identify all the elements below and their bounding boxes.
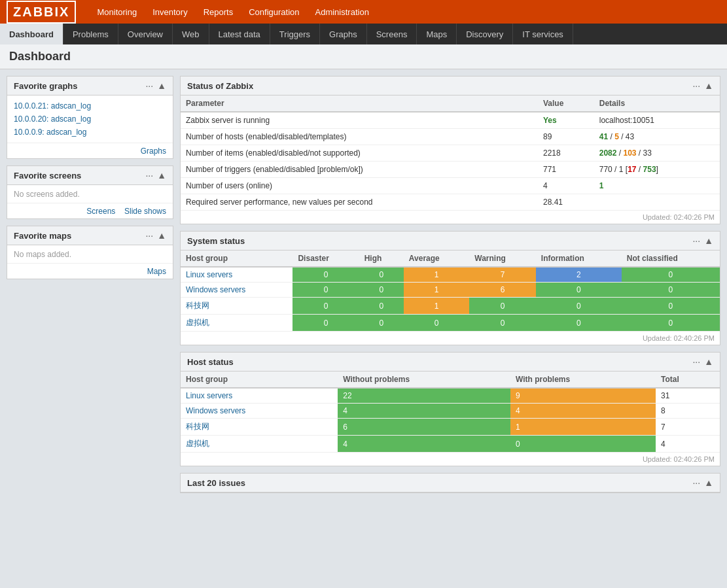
- dots-icon-host[interactable]: ···: [692, 356, 700, 367]
- nav-reports[interactable]: Reports: [196, 2, 241, 22]
- sys-information-1[interactable]: 0: [536, 283, 622, 298]
- tab-latest-data[interactable]: Latest data: [209, 24, 270, 44]
- collapse-icon-issues[interactable]: ▲: [704, 477, 713, 488]
- maps-footer-link[interactable]: Maps: [147, 267, 166, 276]
- tab-overview[interactable]: Overview: [118, 24, 173, 44]
- favorite-screens-body: No screens added.: [7, 185, 173, 203]
- sys-high-0[interactable]: 0: [359, 267, 404, 283]
- nav-monitoring[interactable]: Monitoring: [89, 2, 145, 22]
- tab-web[interactable]: Web: [173, 24, 209, 44]
- sys-warning-3[interactable]: 0: [469, 315, 536, 332]
- favorite-screens-header: Favorite screens ··· ▲: [7, 166, 173, 185]
- tab-graphs[interactable]: Graphs: [320, 24, 367, 44]
- dots-icon-maps[interactable]: ···: [145, 230, 153, 241]
- nav-inventory[interactable]: Inventory: [145, 2, 195, 22]
- status-table-header-row: Parameter Value Details: [181, 95, 720, 112]
- system-status-table: Host group Disaster High Average Warning…: [181, 251, 720, 332]
- favorite-screens-actions: ··· ▲: [145, 170, 166, 181]
- sys-warning-0[interactable]: 7: [469, 267, 536, 283]
- favorite-maps-actions: ··· ▲: [145, 230, 166, 241]
- host-without-2[interactable]: 6: [338, 419, 510, 436]
- tab-triggers[interactable]: Triggers: [270, 24, 320, 44]
- sys-high-2[interactable]: 0: [359, 298, 404, 315]
- collapse-icon[interactable]: ▲: [157, 80, 166, 91]
- favorite-graphs-actions: ··· ▲: [145, 80, 166, 91]
- dots-icon-issues[interactable]: ···: [692, 477, 700, 488]
- nav-configuration[interactable]: Configuration: [241, 2, 307, 22]
- collapse-icon-host[interactable]: ▲: [704, 356, 713, 367]
- host-with-3[interactable]: 0: [510, 436, 656, 453]
- sys-disaster-1[interactable]: 0: [293, 283, 359, 298]
- graph-link-2[interactable]: 10.0.0.9: adscan_log: [14, 126, 166, 139]
- graph-link-1[interactable]: 10.0.0.20: adscan_log: [14, 112, 166, 126]
- status-param-3: Number of triggers (enabled/disabled [pr…: [181, 162, 538, 178]
- content-area: Status of Zabbix ··· ▲ Parameter Value D…: [180, 76, 720, 588]
- status-row-5: Required server performance, new values …: [181, 194, 720, 211]
- tab-screens[interactable]: Screens: [367, 24, 417, 44]
- status-updated: Updated: 02:40:26 PM: [181, 211, 720, 224]
- tab-discovery[interactable]: Discovery: [457, 24, 513, 44]
- sys-average-1[interactable]: 1: [404, 283, 469, 298]
- dots-icon-screens[interactable]: ···: [145, 170, 153, 181]
- last-20-issues-panel: Last 20 issues ··· ▲: [180, 473, 720, 493]
- last-20-issues-title: Last 20 issues: [187, 478, 245, 488]
- sys-col-disaster: Disaster: [293, 251, 359, 267]
- graphs-footer-link[interactable]: Graphs: [141, 147, 166, 156]
- host-status-table: Host group Without problems With problem…: [181, 372, 720, 453]
- sys-high-1[interactable]: 0: [359, 283, 404, 298]
- sys-warning-2[interactable]: 0: [469, 298, 536, 315]
- sys-not_classified-0[interactable]: 0: [622, 267, 720, 283]
- status-row-1: Number of hosts (enabled/disabled/templa…: [181, 129, 720, 145]
- favorite-screens-panel: Favorite screens ··· ▲ No screens added.…: [7, 165, 173, 219]
- screens-footer-link[interactable]: Screens: [86, 207, 115, 216]
- sys-not_classified-2[interactable]: 0: [622, 298, 720, 315]
- host-without-1[interactable]: 4: [338, 404, 510, 419]
- sys-hostgroup-3: 虚拟机: [181, 315, 293, 332]
- sys-col-average: Average: [404, 251, 469, 267]
- sys-warning-1[interactable]: 6: [469, 283, 536, 298]
- no-maps-text: No maps added.: [14, 247, 71, 262]
- dots-icon[interactable]: ···: [145, 80, 153, 91]
- nav-administration[interactable]: Administration: [308, 2, 377, 22]
- host-without-0[interactable]: 22: [338, 388, 510, 404]
- collapse-icon-maps[interactable]: ▲: [157, 230, 166, 241]
- host-with-2[interactable]: 1: [510, 419, 656, 436]
- host-without-3[interactable]: 4: [338, 436, 510, 453]
- sys-information-2[interactable]: 0: [536, 298, 622, 315]
- sys-not_classified-1[interactable]: 0: [622, 283, 720, 298]
- tab-maps[interactable]: Maps: [417, 24, 457, 44]
- sys-average-2[interactable]: 1: [404, 298, 469, 315]
- slide-shows-footer-link[interactable]: Slide shows: [124, 207, 166, 216]
- dots-icon-status[interactable]: ···: [692, 80, 700, 91]
- collapse-icon-sys[interactable]: ▲: [704, 235, 713, 246]
- sys-information-0[interactable]: 2: [536, 267, 622, 283]
- sys-disaster-2[interactable]: 0: [293, 298, 359, 315]
- tab-dashboard[interactable]: Dashboard: [0, 24, 63, 44]
- sys-high-3[interactable]: 0: [359, 315, 404, 332]
- sys-disaster-0[interactable]: 0: [293, 267, 359, 283]
- status-of-zabbix-header: Status of Zabbix ··· ▲: [181, 77, 720, 95]
- host-total-3: 4: [656, 436, 720, 453]
- host-total-0: 31: [656, 388, 720, 404]
- sys-hostgroup-1: Windows servers: [181, 283, 293, 298]
- status-details-1: 41 / 5 / 43: [594, 129, 720, 145]
- sys-not_classified-3[interactable]: 0: [622, 315, 720, 332]
- host-status-panel: Host status ··· ▲ Host group Without pro…: [180, 352, 720, 466]
- host-with-0[interactable]: 9: [510, 388, 656, 404]
- sys-disaster-3[interactable]: 0: [293, 315, 359, 332]
- sys-average-3[interactable]: 0: [404, 315, 469, 332]
- dots-icon-sys[interactable]: ···: [692, 235, 700, 246]
- graph-link-0[interactable]: 10.0.0.21: adscan_log: [14, 99, 166, 112]
- collapse-icon-screens[interactable]: ▲: [157, 170, 166, 181]
- host-with-1[interactable]: 4: [510, 404, 656, 419]
- tab-problems[interactable]: Problems: [63, 24, 118, 44]
- collapse-icon-status[interactable]: ▲: [704, 80, 713, 91]
- tab-it-services[interactable]: IT services: [513, 24, 573, 44]
- sys-information-3[interactable]: 0: [536, 315, 622, 332]
- status-row-0: Zabbix server is runningYeslocalhost:100…: [181, 112, 720, 129]
- sys-col-hostgroup: Host group: [181, 251, 293, 267]
- sys-average-0[interactable]: 1: [404, 267, 469, 283]
- status-value-0: Yes: [538, 112, 594, 129]
- system-status-actions: ··· ▲: [692, 235, 713, 246]
- sys-hostgroup-0: Linux servers: [181, 267, 293, 283]
